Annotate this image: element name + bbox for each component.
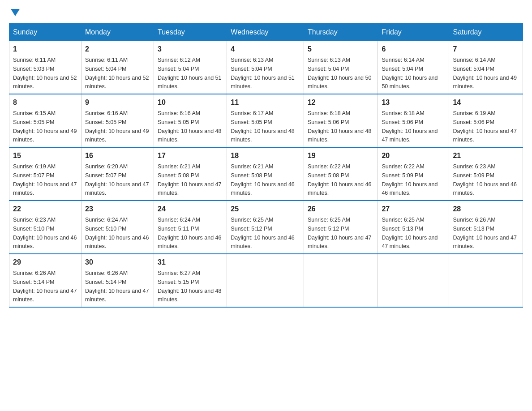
calendar-cell: 30Sunrise: 6:26 AMSunset: 5:14 PMDayligh… — [82, 254, 154, 307]
calendar-cell: 3Sunrise: 6:12 AMSunset: 5:04 PMDaylight… — [154, 41, 227, 94]
calendar-cell: 12Sunrise: 6:18 AMSunset: 5:06 PMDayligh… — [304, 94, 378, 147]
day-number: 15 — [13, 150, 77, 161]
day-info: Sunrise: 6:11 AMSunset: 5:03 PMDaylight:… — [13, 57, 77, 90]
calendar-cell: 22Sunrise: 6:23 AMSunset: 5:10 PMDayligh… — [9, 201, 82, 254]
day-info: Sunrise: 6:11 AMSunset: 5:04 PMDaylight:… — [85, 57, 149, 90]
calendar-cell: 27Sunrise: 6:25 AMSunset: 5:13 PMDayligh… — [378, 201, 449, 254]
header-saturday: Saturday — [449, 24, 523, 41]
day-info: Sunrise: 6:18 AMSunset: 5:06 PMDaylight:… — [308, 110, 371, 143]
day-info: Sunrise: 6:25 AMSunset: 5:13 PMDaylight:… — [382, 217, 438, 249]
calendar-cell: 16Sunrise: 6:20 AMSunset: 5:07 PMDayligh… — [82, 147, 154, 201]
day-number: 23 — [85, 204, 150, 214]
calendar-cell: 29Sunrise: 6:26 AMSunset: 5:14 PMDayligh… — [9, 254, 82, 307]
calendar-cell: 13Sunrise: 6:18 AMSunset: 5:06 PMDayligh… — [378, 94, 449, 147]
calendar-cell: 4Sunrise: 6:13 AMSunset: 5:04 PMDaylight… — [227, 41, 304, 94]
header — [9, 9, 523, 14]
day-number: 30 — [85, 257, 150, 268]
day-info: Sunrise: 6:27 AMSunset: 5:15 PMDaylight:… — [158, 270, 221, 303]
day-info: Sunrise: 6:26 AMSunset: 5:14 PMDaylight:… — [85, 270, 149, 303]
day-number: 18 — [231, 150, 300, 161]
day-info: Sunrise: 6:25 AMSunset: 5:12 PMDaylight:… — [231, 217, 294, 249]
day-number: 7 — [453, 44, 519, 55]
day-number: 13 — [382, 97, 445, 108]
calendar-cell: 14Sunrise: 6:19 AMSunset: 5:06 PMDayligh… — [449, 94, 523, 147]
day-info: Sunrise: 6:22 AMSunset: 5:08 PMDaylight:… — [308, 163, 371, 196]
calendar-week-row: 22Sunrise: 6:23 AMSunset: 5:10 PMDayligh… — [9, 201, 523, 254]
day-number: 5 — [308, 44, 374, 55]
day-info: Sunrise: 6:13 AMSunset: 5:04 PMDaylight:… — [308, 57, 371, 90]
calendar-cell: 6Sunrise: 6:14 AMSunset: 5:04 PMDaylight… — [378, 41, 449, 94]
day-number: 31 — [158, 257, 223, 268]
day-number: 20 — [382, 150, 445, 161]
day-number: 6 — [382, 44, 445, 55]
day-info: Sunrise: 6:13 AMSunset: 5:04 PMDaylight:… — [231, 57, 294, 90]
calendar-cell: 24Sunrise: 6:24 AMSunset: 5:11 PMDayligh… — [154, 201, 227, 254]
day-info: Sunrise: 6:16 AMSunset: 5:05 PMDaylight:… — [158, 110, 221, 143]
day-info: Sunrise: 6:21 AMSunset: 5:08 PMDaylight:… — [231, 163, 294, 196]
calendar-cell: 15Sunrise: 6:19 AMSunset: 5:07 PMDayligh… — [9, 147, 82, 201]
logo-triangle-icon — [11, 9, 20, 16]
calendar-cell: 5Sunrise: 6:13 AMSunset: 5:04 PMDaylight… — [304, 41, 378, 94]
calendar-cell: 7Sunrise: 6:14 AMSunset: 5:04 PMDaylight… — [449, 41, 523, 94]
day-number: 29 — [13, 257, 77, 268]
day-number: 17 — [158, 150, 223, 161]
day-number: 21 — [453, 150, 519, 161]
header-friday: Friday — [378, 24, 449, 41]
calendar-cell — [378, 254, 449, 307]
day-info: Sunrise: 6:19 AMSunset: 5:06 PMDaylight:… — [453, 110, 516, 143]
day-number: 8 — [13, 97, 77, 108]
day-number: 12 — [308, 97, 374, 108]
day-number: 25 — [231, 204, 300, 214]
calendar-week-row: 15Sunrise: 6:19 AMSunset: 5:07 PMDayligh… — [9, 147, 523, 201]
header-wednesday: Wednesday — [227, 24, 304, 41]
day-number: 9 — [85, 97, 150, 108]
day-number: 24 — [158, 204, 223, 214]
calendar-week-row: 8Sunrise: 6:15 AMSunset: 5:05 PMDaylight… — [9, 94, 523, 147]
day-info: Sunrise: 6:24 AMSunset: 5:11 PMDaylight:… — [158, 217, 221, 249]
calendar-cell — [449, 254, 523, 307]
day-number: 27 — [382, 204, 445, 214]
day-info: Sunrise: 6:20 AMSunset: 5:07 PMDaylight:… — [85, 163, 149, 196]
day-info: Sunrise: 6:12 AMSunset: 5:04 PMDaylight:… — [158, 57, 221, 90]
day-number: 14 — [453, 97, 519, 108]
day-info: Sunrise: 6:16 AMSunset: 5:05 PMDaylight:… — [85, 110, 149, 143]
calendar-cell: 25Sunrise: 6:25 AMSunset: 5:12 PMDayligh… — [227, 201, 304, 254]
day-number: 1 — [13, 44, 77, 55]
header-tuesday: Tuesday — [154, 24, 227, 41]
calendar-header-row: SundayMondayTuesdayWednesdayThursdayFrid… — [9, 24, 523, 41]
calendar-cell: 2Sunrise: 6:11 AMSunset: 5:04 PMDaylight… — [82, 41, 154, 94]
calendar-cell: 11Sunrise: 6:17 AMSunset: 5:05 PMDayligh… — [227, 94, 304, 147]
day-number: 2 — [85, 44, 150, 55]
day-info: Sunrise: 6:25 AMSunset: 5:12 PMDaylight:… — [308, 217, 371, 249]
calendar-cell: 1Sunrise: 6:11 AMSunset: 5:03 PMDaylight… — [9, 41, 82, 94]
day-number: 11 — [231, 97, 300, 108]
day-info: Sunrise: 6:26 AMSunset: 5:14 PMDaylight:… — [13, 270, 77, 303]
day-info: Sunrise: 6:18 AMSunset: 5:06 PMDaylight:… — [382, 110, 438, 143]
calendar-cell: 26Sunrise: 6:25 AMSunset: 5:12 PMDayligh… — [304, 201, 378, 254]
calendar-table: SundayMondayTuesdayWednesdayThursdayFrid… — [9, 23, 523, 308]
day-number: 16 — [85, 150, 150, 161]
day-number: 28 — [453, 204, 519, 214]
day-info: Sunrise: 6:14 AMSunset: 5:04 PMDaylight:… — [453, 57, 516, 90]
day-info: Sunrise: 6:17 AMSunset: 5:05 PMDaylight:… — [231, 110, 294, 143]
day-info: Sunrise: 6:23 AMSunset: 5:10 PMDaylight:… — [13, 217, 77, 249]
calendar-cell: 28Sunrise: 6:26 AMSunset: 5:13 PMDayligh… — [449, 201, 523, 254]
day-number: 19 — [308, 150, 374, 161]
day-number: 10 — [158, 97, 223, 108]
day-info: Sunrise: 6:22 AMSunset: 5:09 PMDaylight:… — [382, 163, 438, 196]
logo — [9, 9, 20, 14]
calendar-cell — [227, 254, 304, 307]
day-number: 26 — [308, 204, 374, 214]
day-info: Sunrise: 6:15 AMSunset: 5:05 PMDaylight:… — [13, 110, 77, 143]
header-sunday: Sunday — [9, 24, 82, 41]
day-info: Sunrise: 6:24 AMSunset: 5:10 PMDaylight:… — [85, 217, 149, 249]
header-thursday: Thursday — [304, 24, 378, 41]
calendar-cell: 23Sunrise: 6:24 AMSunset: 5:10 PMDayligh… — [82, 201, 154, 254]
calendar-cell: 17Sunrise: 6:21 AMSunset: 5:08 PMDayligh… — [154, 147, 227, 201]
day-number: 22 — [13, 204, 77, 214]
day-number: 4 — [231, 44, 300, 55]
day-info: Sunrise: 6:26 AMSunset: 5:13 PMDaylight:… — [453, 217, 516, 249]
day-info: Sunrise: 6:14 AMSunset: 5:04 PMDaylight:… — [382, 57, 438, 90]
calendar-cell: 20Sunrise: 6:22 AMSunset: 5:09 PMDayligh… — [378, 147, 449, 201]
day-info: Sunrise: 6:19 AMSunset: 5:07 PMDaylight:… — [13, 163, 77, 196]
